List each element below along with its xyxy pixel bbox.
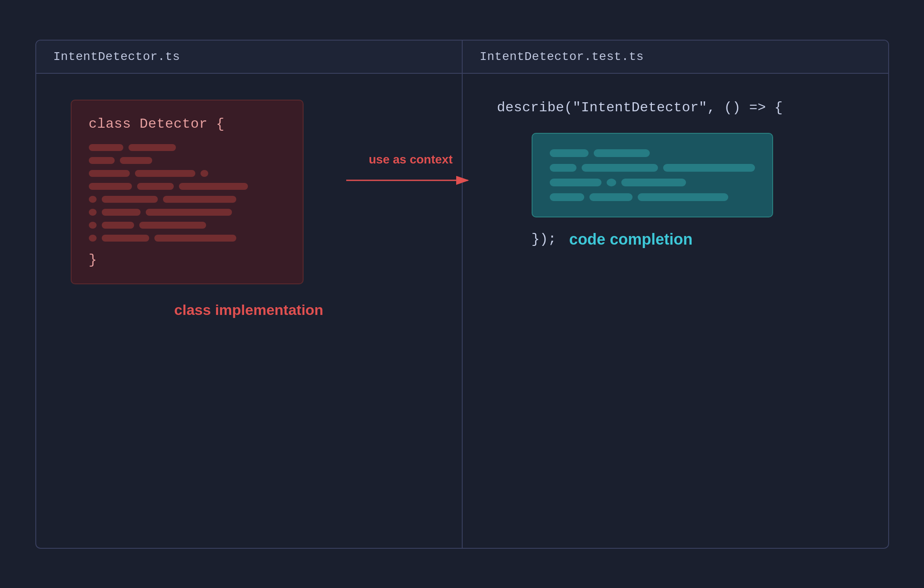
code-line-5 xyxy=(89,196,285,203)
code-pill xyxy=(102,196,158,203)
right-code-pill xyxy=(589,193,633,201)
code-pill xyxy=(102,222,134,229)
code-pill xyxy=(179,183,248,190)
code-pill xyxy=(89,196,97,203)
right-code-pill xyxy=(594,149,650,157)
code-pill xyxy=(139,222,206,229)
code-pill xyxy=(120,157,152,164)
right-code-pill xyxy=(550,193,584,201)
class-implementation-label: class implementation xyxy=(132,302,365,318)
right-code-line-3 xyxy=(550,179,755,186)
code-line-8 xyxy=(89,235,285,242)
right-code-pill xyxy=(621,179,686,186)
right-code-pill xyxy=(607,179,616,186)
closing-brace-right: }); xyxy=(532,231,557,247)
class-implementation-box: class Detector { xyxy=(71,100,304,284)
left-panel: IntentDetector.ts class Detector { xyxy=(36,41,463,548)
code-pill xyxy=(89,222,97,229)
code-line-6 xyxy=(89,209,285,216)
right-code-pill xyxy=(550,179,601,186)
code-pill xyxy=(154,235,236,242)
code-line-2 xyxy=(89,157,285,164)
right-panel-header: IntentDetector.test.ts xyxy=(463,41,888,74)
code-lines-right xyxy=(550,149,755,201)
right-code-line-2 xyxy=(550,164,755,172)
right-panel: IntentDetector.test.ts describe("IntentD… xyxy=(463,41,888,548)
code-pill xyxy=(135,170,195,177)
code-pill xyxy=(200,170,208,177)
code-pill xyxy=(89,144,123,151)
right-code-pill xyxy=(663,164,755,172)
code-pill xyxy=(89,183,132,190)
describe-line: describe("IntentDetector", () => { xyxy=(497,100,783,116)
code-pill xyxy=(102,209,141,216)
right-code-pill xyxy=(582,164,658,172)
panels-wrapper: IntentDetector.ts class Detector { xyxy=(36,41,888,548)
right-bottom: }); code completion xyxy=(532,230,693,248)
right-code-line-4 xyxy=(550,193,755,201)
use-as-context-arrow xyxy=(346,171,476,190)
code-pill xyxy=(89,157,115,164)
right-code-line-1 xyxy=(550,149,755,157)
main-container: IntentDetector.ts class Detector { xyxy=(35,40,889,549)
code-pill xyxy=(89,235,97,242)
code-line-7 xyxy=(89,222,285,229)
code-pill xyxy=(89,170,130,177)
right-code-pill xyxy=(550,164,576,172)
code-pill xyxy=(89,209,97,216)
code-line-4 xyxy=(89,183,285,190)
code-completion-label: code completion xyxy=(569,230,692,248)
code-pill xyxy=(146,209,232,216)
left-panel-body: class Detector { xyxy=(36,74,462,548)
code-pill xyxy=(163,196,236,203)
code-line-1 xyxy=(89,144,285,151)
closing-brace-left: } xyxy=(89,252,285,268)
class-title: class Detector { xyxy=(89,116,285,132)
right-code-pill xyxy=(550,149,589,157)
code-line-3 xyxy=(89,170,285,177)
left-panel-header: IntentDetector.ts xyxy=(36,41,462,74)
code-pill xyxy=(137,183,174,190)
code-completion-box xyxy=(532,133,773,217)
arrow-label: use as context xyxy=(369,153,453,167)
right-code-pill xyxy=(638,193,728,201)
code-pill xyxy=(102,235,149,242)
code-pill xyxy=(128,144,176,151)
right-panel-body: describe("IntentDetector", () => { xyxy=(463,74,888,548)
arrow-container: use as context xyxy=(333,153,489,190)
code-lines-left xyxy=(89,144,285,242)
